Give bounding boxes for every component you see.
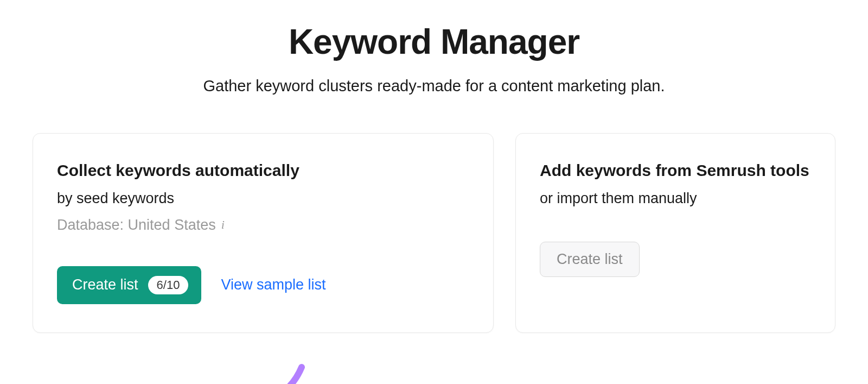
card-add-manual: Add keywords from Semrush tools or impor…	[515, 133, 835, 333]
cards-row: Collect keywords automatically by seed k…	[0, 133, 868, 333]
database-text: Database: United States	[57, 217, 216, 234]
page-title: Keyword Manager	[0, 22, 868, 62]
card-automatic-subtext: by seed keywords	[57, 188, 469, 209]
card-manual-subtext: or import them manually	[540, 188, 811, 209]
automatic-actions-row: Create list 6/10 View sample list	[57, 266, 469, 304]
arrow-annotation-icon	[218, 362, 315, 384]
card-automatic-title: Collect keywords automatically	[57, 160, 469, 181]
page-subtitle: Gather keyword clusters ready-made for a…	[0, 77, 868, 95]
database-label: Database: United States i	[57, 217, 469, 234]
create-list-button[interactable]: Create list 6/10	[57, 266, 201, 304]
create-list-button-label: Create list	[72, 276, 138, 293]
card-collect-automatic: Collect keywords automatically by seed k…	[33, 133, 494, 333]
create-list-secondary-button[interactable]: Create list	[540, 242, 640, 277]
view-sample-list-link[interactable]: View sample list	[221, 276, 326, 293]
info-icon[interactable]: i	[221, 218, 225, 232]
create-list-badge: 6/10	[148, 276, 189, 294]
card-manual-title: Add keywords from Semrush tools	[540, 160, 811, 181]
